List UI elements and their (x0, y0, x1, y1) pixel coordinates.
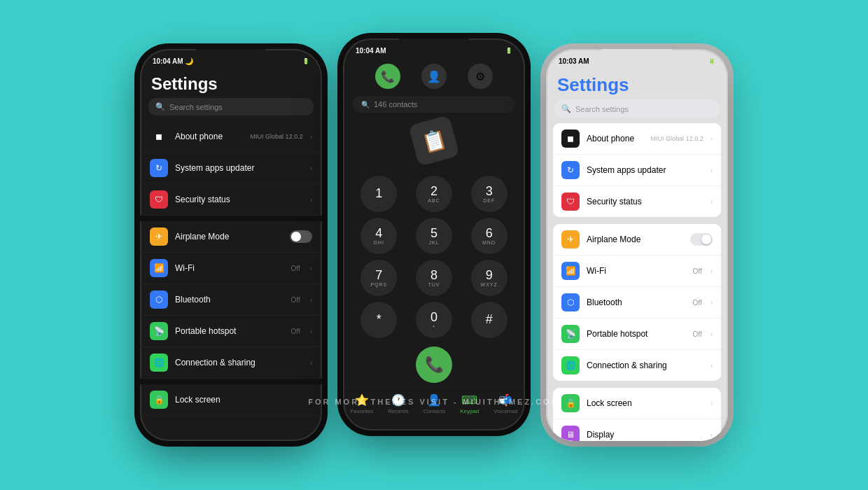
airplane-icon: ✈ (150, 227, 168, 246)
security-chevron: › (310, 196, 312, 204)
airplane-toggle[interactable] (290, 230, 312, 243)
light-display[interactable]: 🖥 Display › (553, 419, 721, 441)
light-conn-chevron: › (710, 362, 713, 370)
hotspot-label: Portable hotspot (175, 326, 284, 336)
dial-hash[interactable]: # (471, 302, 507, 338)
light-lockscreen[interactable]: 🔒 Lock screen › (553, 388, 721, 419)
battery-icon: 🔋 (302, 58, 309, 64)
light-wifi-chevron: › (710, 267, 713, 275)
call-button[interactable]: 📞 (416, 346, 452, 383)
light-lock-label: Lock screen (587, 398, 704, 408)
dial-3[interactable]: 3DEF (471, 176, 507, 212)
light-display-icon: 🖥 (561, 426, 580, 441)
scene: 10:04 AM 🌙 🔋 Settings 🔍 Search settings … (0, 0, 868, 490)
dial-phone-icon[interactable]: 📞 (375, 64, 400, 89)
dial-contacts-icon[interactable]: 👤 (421, 64, 447, 89)
dial-5[interactable]: 5JKL (416, 218, 452, 254)
light-security[interactable]: 🛡 Security status › (553, 186, 721, 217)
light-airplane[interactable]: ✈ Airplane Mode (553, 224, 721, 255)
about-label: About phone (175, 132, 244, 141)
dial-1[interactable]: 1 (360, 176, 397, 212)
light-section-1: ◼ About phone MIUI Global 12.0.2 › ↻ Sys… (553, 123, 721, 217)
dialer-search-placeholder: 146 contacts (374, 100, 417, 108)
keypad-label: Keypad (460, 408, 479, 414)
dark-gap-1 (140, 216, 322, 221)
conn-label: Connection & sharing (175, 358, 303, 368)
dark-security-status[interactable]: 🛡 Security status › (140, 184, 322, 216)
dark-connection[interactable]: 🌐 Connection & sharing › (140, 347, 322, 379)
light-airplane-icon: ✈ (561, 230, 580, 248)
status-icons-dialer: 🔋 (505, 48, 512, 54)
status-icons-dark: 🔋 (302, 58, 309, 64)
dialer-search-icon: 🔍 (361, 101, 370, 108)
about-icon: ◼ (150, 127, 168, 146)
light-display-chevron: › (710, 431, 713, 439)
dial-star[interactable]: * (360, 302, 397, 338)
light-about-phone[interactable]: ◼ About phone MIUI Global 12.0.2 › (553, 123, 721, 155)
wifi-icon: 📶 (150, 259, 168, 277)
sysapps-chevron: › (310, 164, 312, 172)
light-security-label: Security status (587, 197, 704, 206)
light-sysapps-icon: ↻ (561, 161, 580, 179)
lock-icon: 🔒 (150, 391, 168, 409)
wifi-value: Off (291, 265, 300, 272)
dialer-app-icon: 📋 (408, 115, 459, 166)
light-system-apps[interactable]: ↻ System apps updater › (553, 155, 721, 186)
wifi-chevron: › (310, 265, 312, 272)
dial-6[interactable]: 6MNO (471, 218, 507, 254)
status-icons-light: 🔋 (708, 58, 715, 64)
light-bluetooth[interactable]: ⬡ Bluetooth Off › (553, 287, 721, 318)
dial-settings-icon[interactable]: ⚙ (468, 64, 493, 89)
dark-hotspot[interactable]: 📡 Portable hotspot Off › (140, 316, 322, 347)
dial-8[interactable]: 8TUV (416, 260, 452, 296)
bt-label: Bluetooth (175, 295, 284, 304)
recents-label: Recents (388, 408, 408, 414)
dial-0[interactable]: 0+ (416, 302, 452, 338)
dark-about-phone[interactable]: ◼ About phone MIUI Global 12.0.2 › (140, 121, 322, 153)
light-airplane-toggle[interactable] (690, 233, 713, 246)
dark-search-placeholder: Search settings (169, 103, 223, 111)
dark-bluetooth[interactable]: ⬡ Bluetooth Off › (140, 284, 322, 316)
dialer-battery: 🔋 (505, 48, 512, 54)
notch-light (602, 49, 672, 64)
dial-7[interactable]: 7PQRS (360, 260, 397, 296)
status-time-dark: 10:04 AM 🌙 (153, 57, 193, 65)
airplane-label: Airplane Mode (175, 232, 283, 241)
light-bt-icon: ⬡ (561, 293, 580, 312)
miui-version: MIUI Global 12.0.2 (251, 133, 303, 140)
hotspot-chevron: › (310, 328, 312, 335)
dark-search-bar[interactable]: 🔍 Search settings (148, 98, 314, 115)
light-lock-chevron: › (710, 400, 713, 407)
conn-icon: 🌐 (150, 354, 168, 372)
watermark-text: FOR MORE THEMES VISIT - MIUITHEMEZ.COM (308, 398, 560, 406)
light-battery: 🔋 (708, 58, 715, 64)
sysapps-label: System apps updater (175, 163, 303, 173)
dial-9[interactable]: 9WXYZ (471, 260, 507, 296)
light-security-icon: 🛡 (561, 192, 580, 211)
lock-label: Lock screen (175, 395, 303, 405)
dark-settings-list: ◼ About phone MIUI Global 12.0.2 › ↻ Sys… (140, 121, 322, 416)
phone-dialer: 10:04 AM 🔋 📞 👤 ⚙ 🔍 146 contacts 📋 1 2ABC… (343, 38, 525, 430)
light-hotspot[interactable]: 📡 Portable hotspot Off › (553, 318, 721, 350)
phone-dark-screen: 10:04 AM 🌙 🔋 Settings 🔍 Search settings … (140, 49, 322, 441)
light-airplane-label: Airplane Mode (587, 234, 683, 244)
dial-4[interactable]: 4GHI (360, 218, 397, 254)
dial-2[interactable]: 2ABC (416, 176, 452, 212)
light-conn-label: Connection & sharing (587, 360, 704, 370)
light-settings-title: Settings (546, 69, 728, 100)
dark-lockscreen[interactable]: 🔒 Lock screen › (140, 384, 322, 416)
light-about-chevron: › (710, 135, 713, 143)
light-connection[interactable]: 🌐 Connection & sharing › (553, 350, 721, 381)
dark-wifi[interactable]: 📶 Wi-Fi Off › (140, 253, 322, 284)
light-hotspot-value: Off (693, 330, 702, 338)
light-wifi[interactable]: 📶 Wi-Fi Off › (553, 255, 721, 287)
dark-system-apps[interactable]: ↻ System apps updater › (140, 153, 322, 184)
dark-airplane-mode[interactable]: ✈ Airplane Mode (140, 221, 322, 253)
light-search-bar[interactable]: 🔍 Search settings (554, 100, 720, 118)
sysapps-icon: ↻ (150, 159, 168, 177)
security-icon: 🛡 (150, 190, 168, 209)
phone-light-screen: 10:03 AM 🔋 Settings 🔍 Search settings ◼ … (546, 49, 728, 441)
dialer-search-bar[interactable]: 🔍 146 contacts (353, 96, 515, 113)
notch-dark (196, 49, 266, 64)
bt-value: Off (291, 296, 300, 304)
